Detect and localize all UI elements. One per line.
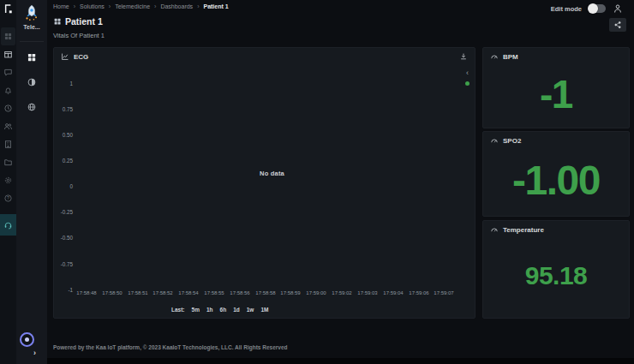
solution-header[interactable]: Tele... <box>16 3 47 30</box>
bpm-panel: BPM -1 <box>482 47 630 128</box>
clock-icon <box>3 104 13 113</box>
edit-mode-label: Edit mode <box>551 5 582 13</box>
spo2-panel: SPO2 -1.00 <box>482 131 630 217</box>
nav-rail: ? <box>0 0 16 364</box>
solution-nav-theme[interactable] <box>23 74 40 91</box>
y-axis-tick: -0.75 <box>56 261 73 267</box>
sidebar-item-history[interactable] <box>0 99 16 117</box>
page-title-row: Patient 1 <box>53 16 103 27</box>
breadcrumb-separator: › <box>109 3 111 9</box>
bpm-value-area: -1 <box>483 60 629 128</box>
spo2-value: -1.00 <box>512 157 600 204</box>
sidebar-item-tenants[interactable] <box>0 135 16 153</box>
bell-icon <box>3 86 13 95</box>
folder-icon <box>3 158 13 167</box>
time-range-5m[interactable]: 5m <box>192 307 200 313</box>
series-color-dot <box>465 81 470 86</box>
edit-mode-toggle[interactable] <box>589 4 606 13</box>
expand-sidebar-chevron-icon[interactable]: › <box>33 349 36 357</box>
person-icon <box>613 3 623 14</box>
time-range-1w[interactable]: 1w <box>247 307 254 313</box>
users-icon <box>3 122 13 131</box>
breadcrumb-home[interactable]: Home <box>53 3 69 9</box>
x-axis-tick: 17:59:07 <box>428 290 459 295</box>
download-icon <box>459 52 468 61</box>
solution-nav <box>16 49 47 116</box>
rocket-icon <box>22 3 41 22</box>
time-range-1d[interactable]: 1d <box>233 307 240 313</box>
time-range-1M[interactable]: 1M <box>260 307 268 313</box>
contrast-icon <box>27 77 37 87</box>
solution-nav-web[interactable] <box>23 98 40 116</box>
temperature-value: 95.18 <box>525 261 588 290</box>
user-menu-button[interactable] <box>613 3 623 14</box>
sidebar-item-support[interactable] <box>0 214 16 236</box>
dashboards-grid-icon <box>27 52 37 63</box>
top-right-controls: Edit mode <box>551 3 623 14</box>
breadcrumb-solutions[interactable]: Solutions <box>80 3 105 9</box>
breadcrumb-dashboards[interactable]: Dashboards <box>160 3 193 9</box>
sidebar-item-users[interactable] <box>0 117 16 135</box>
building-icon <box>3 140 13 149</box>
line-chart-icon <box>61 52 69 61</box>
toggle-knob <box>588 3 598 14</box>
sidebar-item-settings[interactable] <box>0 171 16 189</box>
user-avatar[interactable] <box>20 332 34 347</box>
help-icon: ? <box>3 194 13 203</box>
temperature-panel: Temperature 95.18 <box>482 220 630 319</box>
temperature-value-area: 95.18 <box>483 233 629 318</box>
dashboard-subtitle: Vitals Of Patient 1 <box>53 32 105 39</box>
svg-text:?: ? <box>7 195 9 200</box>
share-button[interactable] <box>609 18 626 32</box>
app-screen: ? Tele... <box>0 0 634 364</box>
table-icon <box>3 50 13 59</box>
y-axis-tick: 1 <box>56 81 73 87</box>
y-axis-tick: 0 <box>56 183 73 189</box>
sidebar-item-dashboard[interactable] <box>1 27 15 45</box>
sidebar-item-help[interactable]: ? <box>0 189 16 207</box>
gear-icon <box>3 176 13 185</box>
breadcrumb: Home › Solutions › Telemedicine › Dashbo… <box>53 3 229 9</box>
breadcrumb-separator: › <box>154 3 156 9</box>
time-range-1h[interactable]: 1h <box>206 307 213 313</box>
no-data-message: No data <box>78 170 466 177</box>
rail-items: ? <box>0 27 16 207</box>
sidebar-item-notifications[interactable] <box>0 81 16 99</box>
y-axis-tick: -0.25 <box>56 209 73 215</box>
ecg-panel-title: ECG <box>74 53 88 61</box>
page-title: Patient 1 <box>65 16 103 27</box>
breadcrumb-current: Patient 1 <box>203 3 228 9</box>
time-range-6h[interactable]: 6h <box>220 307 227 313</box>
collapse-chevron-icon[interactable]: ‹ <box>466 69 469 77</box>
sidebar-item-files[interactable] <box>0 153 16 171</box>
y-axis-tick: 0.25 <box>56 158 73 164</box>
download-button[interactable] <box>459 52 468 61</box>
y-axis-tick: -0.50 <box>56 235 73 241</box>
grid-icon <box>3 32 13 41</box>
ecg-panel-header: ECG <box>61 52 88 61</box>
kaa-logo[interactable] <box>1 2 15 16</box>
chat-icon <box>3 68 13 77</box>
time-range-label: Last: <box>171 307 185 313</box>
sidebar-item-messages[interactable] <box>0 63 16 81</box>
breadcrumb-separator: › <box>74 3 75 9</box>
kaa-logo-icon <box>3 3 14 15</box>
globe-icon <box>27 102 37 112</box>
solution-sidebar: Tele... › <box>16 0 47 364</box>
y-axis-tick: 0.75 <box>56 106 73 112</box>
solution-nav-dashboards[interactable] <box>23 49 40 66</box>
y-axis-tick: -1 <box>56 287 73 293</box>
footer-text: Powered by the Kaa IoT platform, © 2023 … <box>53 344 288 350</box>
workspace-label: Tele... <box>16 24 47 30</box>
spo2-value-area: -1.00 <box>483 144 629 216</box>
divider <box>20 41 44 42</box>
bpm-value: -1 <box>540 71 572 117</box>
main-content: Home › Solutions › Telemedicine › Dashbo… <box>47 0 634 364</box>
dashboard-title-grid-icon <box>53 17 62 26</box>
share-icon <box>613 21 622 29</box>
y-axis-tick: 0.50 <box>56 132 73 138</box>
ecg-panel: ECG ‹ 1 0.75 0.50 0.25 0 -0.25 -0.50 -0.… <box>53 47 476 319</box>
breadcrumb-telemedicine[interactable]: Telemedicine <box>115 3 150 9</box>
sidebar-item-solutions[interactable] <box>0 45 16 63</box>
time-range-selector: Last: 5m 1h 6h 1d 1w 1M <box>171 307 268 313</box>
